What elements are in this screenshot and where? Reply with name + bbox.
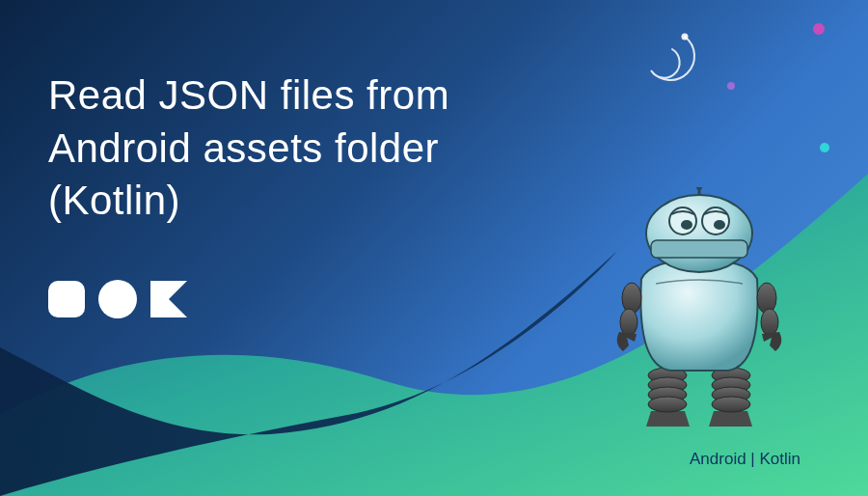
title-line-2: Android assets folder xyxy=(48,125,439,171)
svg-point-10 xyxy=(620,309,637,336)
android-robot-mascot xyxy=(598,187,800,438)
kotlin-logo-icon xyxy=(150,281,187,317)
decor-dot-purple xyxy=(727,82,735,90)
banner-title: Read JSON files from Android assets fold… xyxy=(48,69,449,228)
svg-point-16 xyxy=(696,187,702,190)
title-line-1: Read JSON files from xyxy=(48,72,449,118)
title-line-3: (Kotlin) xyxy=(48,178,180,223)
spiral-swirl-icon xyxy=(617,17,704,104)
rounded-square-icon xyxy=(48,281,85,317)
svg-point-20 xyxy=(714,220,725,230)
svg-point-8 xyxy=(712,397,750,412)
svg-point-0 xyxy=(682,34,689,41)
svg-point-12 xyxy=(761,309,778,336)
svg-point-4 xyxy=(648,397,687,412)
tech-icon-row xyxy=(48,280,187,318)
svg-point-19 xyxy=(681,220,692,230)
circle-icon xyxy=(98,280,137,318)
footer-caption: Android | Kotlin xyxy=(690,450,800,469)
svg-point-13 xyxy=(646,195,752,272)
svg-rect-14 xyxy=(651,240,747,258)
decor-dot-pink xyxy=(813,23,825,35)
decor-dot-cyan xyxy=(820,143,829,152)
